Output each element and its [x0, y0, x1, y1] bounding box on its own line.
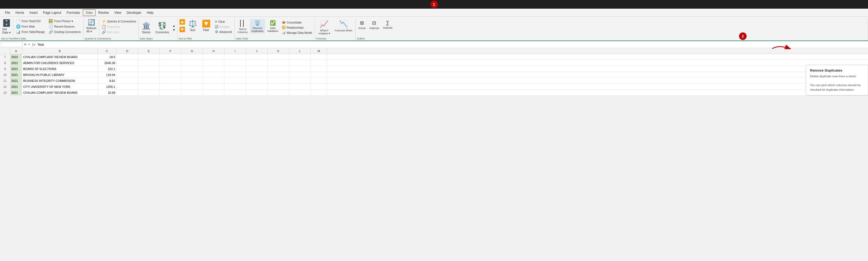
- group-button[interactable]: ⊞ Group: [357, 19, 367, 31]
- cell-l[interactable]: [289, 54, 311, 60]
- cell-h[interactable]: [203, 60, 224, 66]
- cell-e[interactable]: [138, 72, 160, 78]
- data-validation-button[interactable]: ✅ DataValidation: [266, 19, 280, 33]
- menu-data[interactable]: Data: [83, 9, 95, 16]
- col-header-b[interactable]: B: [22, 48, 98, 54]
- cell-m[interactable]: [311, 90, 327, 95]
- cell-b[interactable]: CITY UNIVERSITY OF NEW YORK: [22, 84, 98, 89]
- col-header-k[interactable]: K: [268, 48, 289, 54]
- cell-i[interactable]: [224, 90, 246, 95]
- cell-a[interactable]: 2021: [10, 72, 22, 78]
- filter-button[interactable]: 🔽 Filter: [200, 18, 213, 33]
- cell-a[interactable]: 2021: [10, 78, 22, 84]
- col-header-m[interactable]: M: [311, 48, 327, 54]
- cell-c[interactable]: 2646.36: [98, 60, 117, 66]
- cell-e[interactable]: [138, 84, 160, 89]
- currencies-button[interactable]: 💱 Currencies: [153, 21, 171, 35]
- cell-i[interactable]: [224, 72, 246, 78]
- cancel-formula-icon[interactable]: ✕: [24, 42, 27, 47]
- cell-l[interactable]: [289, 90, 311, 95]
- cell-h[interactable]: [203, 54, 224, 60]
- col-header-l[interactable]: L: [289, 48, 311, 54]
- col-header-i[interactable]: I: [224, 48, 246, 54]
- cell-b[interactable]: BOARD OF ELECTIONS: [22, 66, 98, 71]
- cell-j[interactable]: [246, 60, 268, 66]
- cell-l[interactable]: [289, 60, 311, 66]
- cell-h[interactable]: [203, 84, 224, 89]
- cell-l[interactable]: [289, 72, 311, 78]
- remove-duplicates-button[interactable]: 🗑️ RemoveDuplicates: [250, 19, 265, 33]
- cell-c[interactable]: 10.68: [98, 90, 117, 95]
- cell-i[interactable]: [224, 60, 246, 66]
- menu-file[interactable]: File: [2, 10, 13, 16]
- cell-g[interactable]: [181, 60, 203, 66]
- col-header-h[interactable]: H: [203, 48, 224, 54]
- sort-az-button[interactable]: 🔼: [179, 18, 186, 25]
- cell-f[interactable]: [160, 60, 181, 66]
- ungroup-button[interactable]: ⊟ Ungroup: [368, 19, 381, 31]
- cell-c[interactable]: 8.81: [98, 78, 117, 84]
- menu-developer[interactable]: Developer: [124, 10, 144, 16]
- cell-c[interactable]: 1255.1: [98, 84, 117, 89]
- cell-d[interactable]: [117, 60, 138, 66]
- existing-connections-button[interactable]: 🔗 Existing Connections: [47, 29, 82, 35]
- cell-j[interactable]: [246, 54, 268, 60]
- cell-a[interactable]: 2022: [10, 54, 22, 60]
- menu-view[interactable]: View: [112, 10, 124, 16]
- cell-k[interactable]: [268, 60, 289, 66]
- cell-j[interactable]: [246, 90, 268, 95]
- dt-chevron-up[interactable]: ▲: [172, 24, 176, 28]
- cell-f[interactable]: [160, 66, 181, 71]
- manage-data-model-button[interactable]: 📊 Manage Data Model: [280, 30, 314, 35]
- cell-d[interactable]: [117, 54, 138, 60]
- from-web-button[interactable]: 🌐 From Web: [14, 24, 46, 29]
- cell-h[interactable]: [203, 90, 224, 95]
- refresh-all-button[interactable]: 🔄 RefreshAll ▾: [85, 18, 98, 34]
- cell-l[interactable]: [289, 84, 311, 89]
- clear-button[interactable]: ✕ Clear: [213, 20, 234, 24]
- menu-help[interactable]: Help: [144, 10, 156, 16]
- get-data-button[interactable]: 🗄️ GetData ▾: [1, 18, 12, 35]
- cell-a[interactable]: 2021: [10, 66, 22, 71]
- confirm-formula-icon[interactable]: ✓: [28, 42, 31, 47]
- cell-m[interactable]: [311, 84, 327, 89]
- col-header-e[interactable]: E: [138, 48, 160, 54]
- cell-f[interactable]: [160, 90, 181, 95]
- from-text-csv-button[interactable]: 📄 From Text/CSV: [14, 18, 46, 24]
- cell-k[interactable]: [268, 84, 289, 89]
- cell-f[interactable]: [160, 78, 181, 84]
- name-box[interactable]: [1, 42, 23, 47]
- cell-m[interactable]: [311, 66, 327, 71]
- cell-e[interactable]: [138, 90, 160, 95]
- cell-k[interactable]: [268, 72, 289, 78]
- cell-d[interactable]: [117, 72, 138, 78]
- insert-function-icon[interactable]: ƒx: [32, 43, 35, 47]
- what-if-analysis-button[interactable]: 📈 What-IfAnalysis ▾: [316, 19, 332, 36]
- cell-m[interactable]: [311, 72, 327, 78]
- cell-g[interactable]: [181, 66, 203, 71]
- cell-e[interactable]: [138, 54, 160, 60]
- cell-d[interactable]: [117, 66, 138, 71]
- cell-h[interactable]: [203, 72, 224, 78]
- cell-c[interactable]: 18.5: [98, 54, 117, 60]
- menu-home[interactable]: Home: [13, 10, 27, 16]
- cell-d[interactable]: [117, 90, 138, 95]
- from-picture-button[interactable]: 🖼️ From Picture ▾: [47, 18, 82, 24]
- cell-h[interactable]: [203, 78, 224, 84]
- cell-i[interactable]: [224, 78, 246, 84]
- cell-g[interactable]: [181, 90, 203, 95]
- cell-a[interactable]: 2021: [10, 60, 22, 66]
- cell-j[interactable]: [246, 78, 268, 84]
- recent-sources-button[interactable]: 🕐 Recent Sources: [47, 24, 82, 29]
- cell-b[interactable]: BUSINESS INTEGRITY COMMISSION: [22, 78, 98, 84]
- cell-k[interactable]: [268, 66, 289, 71]
- cell-d[interactable]: [117, 84, 138, 89]
- col-header-c[interactable]: C: [98, 48, 117, 54]
- cell-b[interactable]: ADMIN FOR CHILDREN'S SERVICES: [22, 60, 98, 66]
- menu-page-layout[interactable]: Page Layout: [40, 10, 64, 16]
- queries-connections-button[interactable]: ⚡ Queries & Connections: [100, 19, 137, 24]
- cell-k[interactable]: [268, 90, 289, 95]
- cell-b[interactable]: CIVILIAN COMPLAINT REVIEW BOARD: [22, 90, 98, 95]
- cell-b[interactable]: BROOKLYN PUBLIC LIBRARY: [22, 72, 98, 78]
- cell-k[interactable]: [268, 78, 289, 84]
